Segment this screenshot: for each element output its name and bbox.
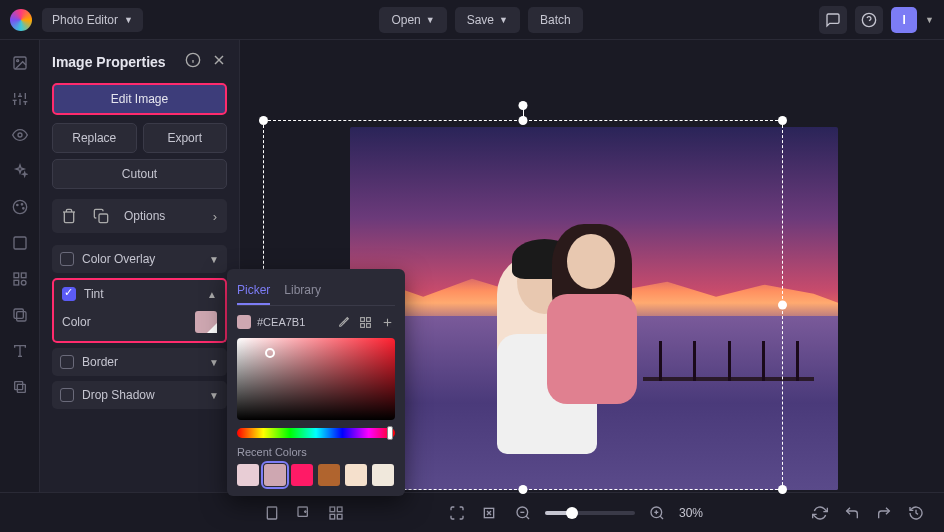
sv-cursor[interactable]: [265, 348, 275, 358]
sync-icon[interactable]: [808, 501, 832, 525]
svg-point-3: [16, 60, 18, 62]
page-icon[interactable]: [260, 501, 284, 525]
color-overlay-checkbox[interactable]: [60, 252, 74, 266]
hex-row: #CEA7B1: [237, 314, 395, 330]
options-bar: Options ›: [52, 199, 227, 233]
fullscreen-icon[interactable]: [445, 501, 469, 525]
color-picker-popup: Picker Library #CEA7B1 Recent Colors: [227, 269, 405, 496]
chevron-down-icon: ▼: [426, 15, 435, 25]
frame-tool-icon[interactable]: [9, 232, 31, 254]
app-title-dropdown[interactable]: Photo Editor ▼: [42, 8, 143, 32]
layers-tool-icon[interactable]: [9, 376, 31, 398]
zoom-in-icon[interactable]: [645, 501, 669, 525]
accordion-drop-shadow[interactable]: Drop Shadow ▼: [52, 381, 227, 409]
resize-handle-br[interactable]: [778, 485, 787, 494]
elements-tool-icon[interactable]: [9, 268, 31, 290]
close-icon[interactable]: [211, 52, 227, 71]
info-icon[interactable]: [185, 52, 201, 71]
svg-point-13: [18, 133, 22, 137]
user-avatar[interactable]: I: [891, 7, 917, 33]
resize-handle-mr[interactable]: [778, 301, 787, 310]
resize-handle-tl[interactable]: [259, 116, 268, 125]
save-button[interactable]: Save ▼: [455, 7, 520, 33]
sparkle-tool-icon[interactable]: [9, 160, 31, 182]
hue-thumb[interactable]: [387, 426, 393, 440]
tint-color-swatch[interactable]: [195, 311, 217, 333]
eyedropper-icon[interactable]: [335, 314, 351, 330]
chevron-down-icon[interactable]: ▼: [925, 15, 934, 25]
chevron-down-icon: ▼: [209, 390, 219, 401]
adjust-tool-icon[interactable]: [9, 88, 31, 110]
svg-point-17: [22, 208, 23, 209]
bottombar: 30%: [0, 492, 944, 532]
recent-color-swatch[interactable]: [318, 464, 340, 486]
batch-button[interactable]: Batch: [528, 7, 583, 33]
tint-checkbox[interactable]: [62, 287, 76, 301]
svg-rect-35: [360, 317, 364, 321]
replace-button[interactable]: Replace: [52, 123, 137, 153]
border-checkbox[interactable]: [60, 355, 74, 369]
rotate-handle[interactable]: [519, 101, 528, 110]
cutout-button[interactable]: Cutout: [52, 159, 227, 189]
svg-rect-18: [14, 237, 26, 249]
palette-tool-icon[interactable]: [9, 196, 31, 218]
svg-line-49: [526, 516, 529, 519]
picker-tabs: Picker Library: [237, 279, 395, 306]
undo-icon[interactable]: [840, 501, 864, 525]
zoom-slider[interactable]: [545, 511, 635, 515]
tint-color-label: Color: [62, 315, 91, 329]
image-tool-icon[interactable]: [9, 52, 31, 74]
svg-rect-44: [337, 507, 342, 512]
svg-rect-23: [14, 309, 23, 318]
drop-shadow-checkbox[interactable]: [60, 388, 74, 402]
panel-title: Image Properties: [52, 54, 166, 70]
text-tool-icon[interactable]: [9, 340, 31, 362]
svg-rect-34: [99, 214, 108, 223]
recent-color-swatch[interactable]: [264, 464, 286, 486]
history-icon[interactable]: [904, 501, 928, 525]
svg-point-15: [16, 204, 17, 205]
open-button[interactable]: Open ▼: [379, 7, 446, 33]
saturation-value-picker[interactable]: [237, 338, 395, 420]
recent-color-swatch[interactable]: [237, 464, 259, 486]
tab-picker[interactable]: Picker: [237, 279, 270, 305]
help-button[interactable]: [855, 6, 883, 34]
accordion-border[interactable]: Border ▼: [52, 348, 227, 376]
recent-colors-label: Recent Colors: [237, 446, 395, 458]
resize-handle-tr[interactable]: [778, 116, 787, 125]
svg-rect-38: [360, 323, 364, 327]
resize-handle-bm[interactable]: [519, 485, 528, 494]
recent-color-swatch[interactable]: [372, 464, 394, 486]
svg-point-21: [21, 280, 26, 285]
edit-image-button[interactable]: Edit Image: [52, 83, 227, 115]
redo-icon[interactable]: [872, 501, 896, 525]
grid-icon[interactable]: [357, 314, 373, 330]
svg-rect-46: [330, 514, 335, 519]
app-logo[interactable]: [10, 9, 32, 31]
options-label[interactable]: Options: [124, 209, 165, 223]
svg-rect-37: [366, 323, 370, 327]
delete-icon[interactable]: [56, 203, 82, 229]
zoom-out-icon[interactable]: [511, 501, 535, 525]
hue-slider[interactable]: [237, 428, 395, 438]
tab-library[interactable]: Library: [284, 279, 321, 305]
chat-button[interactable]: [819, 6, 847, 34]
resize-handle-tm[interactable]: [519, 116, 528, 125]
hex-value[interactable]: #CEA7B1: [257, 316, 329, 328]
zoom-slider-thumb[interactable]: [566, 507, 578, 519]
accordion-color-overlay[interactable]: Color Overlay ▼: [52, 245, 227, 273]
grid-view-icon[interactable]: [324, 501, 348, 525]
tint-body: Color: [52, 303, 227, 343]
zoom-percentage[interactable]: 30%: [679, 506, 711, 520]
eye-tool-icon[interactable]: [9, 124, 31, 146]
svg-rect-19: [14, 273, 19, 278]
recent-color-swatch[interactable]: [345, 464, 367, 486]
overlay-tool-icon[interactable]: [9, 304, 31, 326]
add-page-icon[interactable]: [292, 501, 316, 525]
duplicate-icon[interactable]: [88, 203, 114, 229]
fit-icon[interactable]: [477, 501, 501, 525]
plus-icon[interactable]: [379, 314, 395, 330]
chevron-down-icon: ▼: [499, 15, 508, 25]
recent-color-swatch[interactable]: [291, 464, 313, 486]
export-button[interactable]: Export: [143, 123, 228, 153]
